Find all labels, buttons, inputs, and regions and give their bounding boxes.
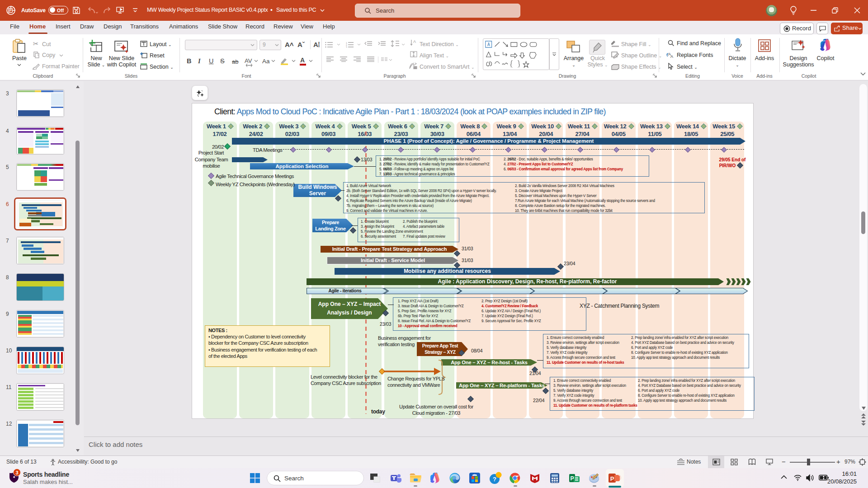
svg-text:P: P [610, 475, 614, 482]
svg-text:P: P [9, 8, 12, 13]
svg-text:A: A [413, 39, 416, 44]
svg-text:A: A [670, 54, 673, 58]
svg-text:A: A [487, 42, 490, 47]
svg-text:3: 3 [346, 46, 347, 48]
svg-text:?: ? [493, 476, 496, 483]
svg-text:P: P [570, 475, 574, 482]
